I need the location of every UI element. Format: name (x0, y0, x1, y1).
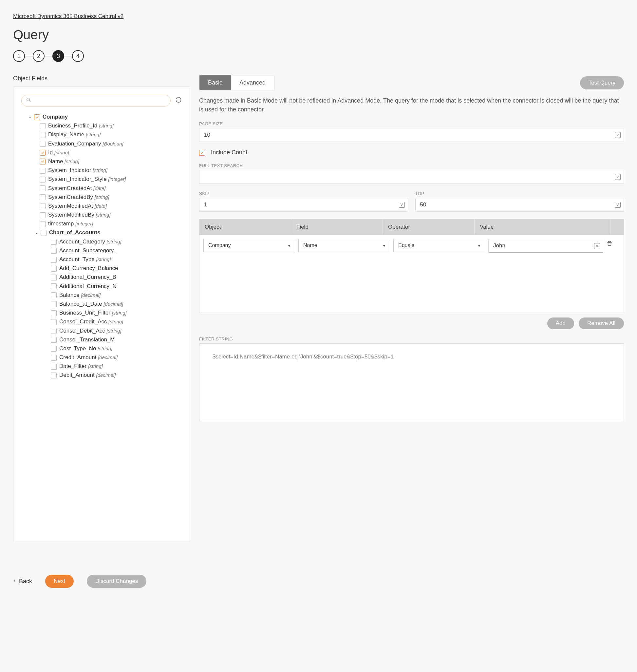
tree-node[interactable]: Cost_Type_No [string] (21, 344, 182, 353)
tree-node[interactable]: System_Indicator_Style [integer] (21, 175, 182, 183)
field-checkbox[interactable] (40, 221, 46, 227)
tree-node[interactable]: Date_Filter [string] (21, 362, 182, 371)
delete-filter-button[interactable] (606, 239, 620, 248)
next-button[interactable]: Next (45, 575, 74, 588)
field-checkbox[interactable] (40, 141, 46, 147)
tree-node[interactable]: Balance [decimal] (21, 290, 182, 299)
tree-node[interactable]: Additional_Currency_N (21, 282, 182, 290)
svg-line-1 (29, 101, 31, 102)
tree-node[interactable]: System_Indicator [string] (21, 166, 182, 175)
field-checkbox[interactable] (40, 212, 46, 218)
tree-node[interactable]: Id [string] (21, 148, 182, 157)
tree-node[interactable]: Additional_Currency_B (21, 272, 182, 281)
step-1[interactable]: 1 (13, 50, 25, 62)
top-input[interactable] (415, 198, 624, 212)
field-checkbox[interactable] (51, 373, 57, 378)
caret-down-icon[interactable]: ⌄ (34, 230, 39, 236)
tree-node[interactable]: Account_Subcategory_ (21, 246, 182, 255)
variable-icon[interactable]: V (399, 202, 405, 208)
field-checkbox[interactable] (51, 301, 57, 307)
step-4[interactable]: 4 (72, 50, 84, 62)
remove-all-filters-button[interactable]: Remove All (579, 318, 624, 329)
filter-value-input[interactable] (488, 239, 603, 253)
tree-node[interactable]: Credit_Amount [decimal] (21, 353, 182, 362)
field-checkbox[interactable] (40, 123, 46, 129)
tree-node[interactable]: Consol_Translation_M (21, 335, 182, 344)
tree-node[interactable]: SystemModifiedAt [date] (21, 201, 182, 210)
variable-icon[interactable]: V (594, 243, 600, 249)
field-checkbox[interactable] (40, 168, 46, 174)
field-checkbox[interactable] (40, 132, 46, 138)
field-checkbox[interactable] (40, 177, 46, 182)
field-checkbox[interactable] (51, 257, 57, 263)
tree-node[interactable]: Add_Currency_Balance (21, 264, 182, 272)
variable-icon[interactable]: V (615, 202, 621, 208)
field-checkbox[interactable] (51, 328, 57, 334)
field-checkbox[interactable] (51, 239, 57, 245)
field-checkbox[interactable] (40, 185, 46, 191)
breadcrumb[interactable]: Microsoft Dynamics 365 Business Central … (13, 13, 124, 19)
test-query-button[interactable]: Test Query (580, 76, 624, 89)
tree-node[interactable]: Balance_at_Date [decimal] (21, 299, 182, 308)
tree-node[interactable]: Name [string] (21, 157, 182, 166)
field-checkbox[interactable] (51, 283, 57, 289)
filter-table: Object Field Operator Value ▼ ▼ ▼ (199, 219, 624, 313)
tree-node[interactable]: Account_Type [string] (21, 255, 182, 264)
field-checkbox[interactable] (51, 337, 57, 343)
tree-node[interactable]: Evaluation_Company [Boolean] (21, 139, 182, 148)
step-3[interactable]: 3 (52, 50, 64, 62)
field-checkbox[interactable] (51, 355, 57, 361)
field-checkbox[interactable] (41, 230, 47, 236)
back-button[interactable]: Back (13, 578, 32, 585)
tree-node[interactable]: Debit_Amount [decimal] (21, 371, 182, 379)
page-title: Query (13, 28, 624, 42)
variable-icon[interactable]: V (615, 174, 621, 180)
field-checkbox[interactable] (51, 248, 57, 253)
field-checkbox[interactable] (40, 194, 46, 200)
filter-object-select[interactable] (203, 239, 295, 252)
filter-operator-select[interactable] (393, 239, 485, 252)
include-count-checkbox[interactable] (199, 150, 205, 156)
tree-node[interactable]: SystemModifiedBy [string] (21, 210, 182, 219)
tree-node[interactable]: timestamp [integer] (21, 219, 182, 228)
tab-advanced[interactable]: Advanced (231, 75, 274, 90)
field-checkbox[interactable] (40, 159, 46, 164)
field-checkbox[interactable] (51, 292, 57, 298)
tree-node[interactable]: Display_Name [string] (21, 130, 182, 139)
step-line (25, 56, 33, 56)
tab-basic[interactable]: Basic (199, 75, 231, 90)
tree-node[interactable]: Consol_Debit_Acc [string] (21, 326, 182, 335)
refresh-icon[interactable] (175, 97, 182, 105)
variable-icon[interactable]: V (615, 132, 621, 138)
tree-node-chart-of-accounts[interactable]: ⌄ Chart_of_Accounts (21, 228, 182, 237)
field-checkbox[interactable] (34, 114, 40, 120)
discard-changes-button[interactable]: Discard Changes (87, 575, 146, 588)
field-checkbox[interactable] (51, 364, 57, 370)
tree-node[interactable]: SystemCreatedBy [string] (21, 193, 182, 201)
page-size-input[interactable] (199, 128, 624, 142)
tree-node[interactable]: Business_Profile_Id [string] (21, 121, 182, 130)
tree-node[interactable]: Business_Unit_Filter [string] (21, 308, 182, 317)
tree-node[interactable]: SystemCreatedAt [date] (21, 184, 182, 193)
tree-node[interactable]: Account_Category [string] (21, 237, 182, 246)
add-filter-button[interactable]: Add (547, 318, 574, 329)
field-checkbox[interactable] (40, 150, 46, 156)
filter-field-select[interactable] (298, 239, 390, 252)
filter-header-operator: Operator (383, 219, 475, 235)
full-text-input[interactable] (199, 170, 624, 184)
mode-tabs: Basic Advanced (199, 75, 274, 90)
field-checkbox[interactable] (51, 346, 57, 352)
skip-input[interactable] (199, 198, 408, 212)
tree-node-company[interactable]: ⌄ Company (21, 112, 182, 121)
field-checkbox[interactable] (40, 203, 46, 209)
caret-down-icon[interactable]: ⌄ (28, 114, 32, 120)
svg-point-0 (27, 98, 30, 101)
field-checkbox[interactable] (51, 266, 57, 271)
search-input[interactable] (35, 98, 165, 103)
field-checkbox[interactable] (51, 319, 57, 325)
field-checkbox[interactable] (51, 310, 57, 316)
search-input-wrap[interactable] (21, 95, 171, 106)
tree-node[interactable]: Consol_Credit_Acc [string] (21, 317, 182, 326)
step-2[interactable]: 2 (33, 50, 44, 62)
field-checkbox[interactable] (51, 275, 57, 281)
